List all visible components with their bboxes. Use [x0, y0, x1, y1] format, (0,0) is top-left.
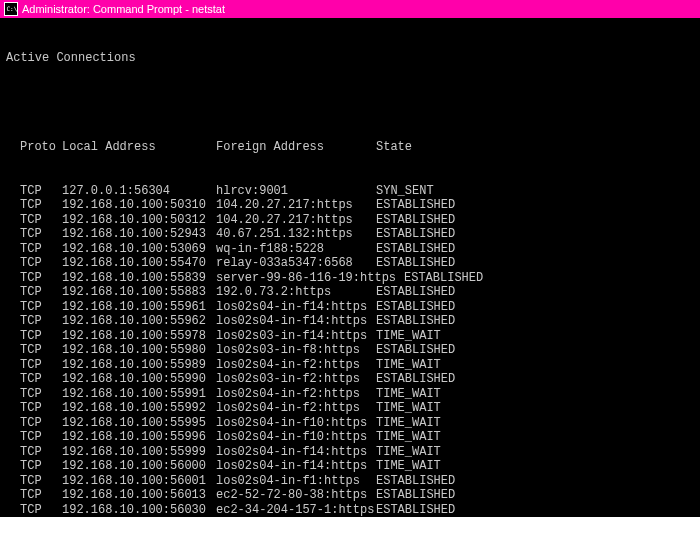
cell-state: ESTABLISHED — [376, 242, 455, 257]
cell-state: ESTABLISHED — [376, 227, 455, 242]
cmd-icon: C:\ — [4, 2, 18, 16]
cell-proto: TCP — [6, 358, 62, 373]
cell-local-address: 192.168.10.100:55999 — [62, 445, 216, 460]
cell-foreign-address: los02s04-in-f1:https — [216, 474, 376, 489]
connection-row: TCP192.168.10.100:56000los02s04-in-f14:h… — [6, 459, 694, 474]
connection-rows: TCP127.0.0.1:56304hlrcv:9001SYN_SENTTCP1… — [6, 184, 694, 518]
cell-foreign-address: 104.20.27.217:https — [216, 213, 376, 228]
col-local-header: Local Address — [62, 140, 216, 155]
cell-state: ESTABLISHED — [376, 488, 455, 503]
cell-local-address: 192.168.10.100:55839 — [62, 271, 216, 286]
cell-local-address: 192.168.10.100:55962 — [62, 314, 216, 329]
connection-row: TCP192.168.10.100:50312104.20.27.217:htt… — [6, 213, 694, 228]
cell-state: ESTABLISHED — [376, 213, 455, 228]
cell-local-address: 192.168.10.100:55470 — [62, 256, 216, 271]
cell-proto: TCP — [6, 285, 62, 300]
cell-proto: TCP — [6, 271, 62, 286]
connection-row: TCP127.0.0.1:56304hlrcv:9001SYN_SENT — [6, 184, 694, 199]
connection-row: TCP192.168.10.100:56030ec2-34-204-157-1:… — [6, 503, 694, 518]
cell-proto: TCP — [6, 488, 62, 503]
cell-local-address: 192.168.10.100:55991 — [62, 387, 216, 402]
cell-proto: TCP — [6, 445, 62, 460]
cell-local-address: 192.168.10.100:55990 — [62, 372, 216, 387]
cell-foreign-address: los02s04-in-f2:https — [216, 358, 376, 373]
cell-foreign-address: los02s04-in-f14:https — [216, 314, 376, 329]
connection-row: TCP192.168.10.100:55978los02s03-in-f14:h… — [6, 329, 694, 344]
cell-foreign-address: hlrcv:9001 — [216, 184, 376, 199]
cell-proto: TCP — [6, 314, 62, 329]
connection-row: TCP192.168.10.100:55839server-99-86-116-… — [6, 271, 694, 286]
col-foreign-header: Foreign Address — [216, 140, 376, 155]
cell-local-address: 192.168.10.100:55996 — [62, 430, 216, 445]
cell-foreign-address: server-99-86-116-19:https — [216, 271, 404, 286]
connection-row: TCP192.168.10.100:55992los02s04-in-f2:ht… — [6, 401, 694, 416]
cell-local-address: 127.0.0.1:56304 — [62, 184, 216, 199]
connection-row: TCP192.168.10.100:55883192.0.73.2:httpsE… — [6, 285, 694, 300]
cell-state: TIME_WAIT — [376, 459, 441, 474]
connection-row: TCP192.168.10.100:55999los02s04-in-f14:h… — [6, 445, 694, 460]
cell-local-address: 192.168.10.100:55992 — [62, 401, 216, 416]
cell-state: TIME_WAIT — [376, 387, 441, 402]
connection-row: TCP192.168.10.100:55991los02s04-in-f2:ht… — [6, 387, 694, 402]
page-margin — [0, 517, 700, 547]
cell-foreign-address: 104.20.27.217:https — [216, 198, 376, 213]
cell-state: TIME_WAIT — [376, 401, 441, 416]
connection-row: TCP192.168.10.100:5294340.67.251.132:htt… — [6, 227, 694, 242]
cell-foreign-address: 192.0.73.2:https — [216, 285, 376, 300]
connection-row: TCP192.168.10.100:55995los02s04-in-f10:h… — [6, 416, 694, 431]
cell-proto: TCP — [6, 387, 62, 402]
section-header: Active Connections — [6, 51, 694, 66]
cell-local-address: 192.168.10.100:55961 — [62, 300, 216, 315]
cell-proto: TCP — [6, 242, 62, 257]
connection-row: TCP192.168.10.100:55980los02s03-in-f8:ht… — [6, 343, 694, 358]
cell-state: ESTABLISHED — [376, 474, 455, 489]
svg-text:C:\: C:\ — [7, 5, 18, 12]
cell-foreign-address: los02s04-in-f10:https — [216, 430, 376, 445]
cell-local-address: 192.168.10.100:56001 — [62, 474, 216, 489]
col-state-header: State — [376, 140, 412, 155]
cell-proto: TCP — [6, 372, 62, 387]
terminal-output[interactable]: Active Connections ProtoLocal AddressFor… — [0, 18, 700, 517]
connection-row: TCP192.168.10.100:55996los02s04-in-f10:h… — [6, 430, 694, 445]
connection-row: TCP192.168.10.100:56013ec2-52-72-80-38:h… — [6, 488, 694, 503]
cell-foreign-address: ec2-52-72-80-38:https — [216, 488, 376, 503]
cell-state: TIME_WAIT — [376, 430, 441, 445]
cell-foreign-address: los02s04-in-f14:https — [216, 300, 376, 315]
title-bar[interactable]: C:\ Administrator: Command Prompt - nets… — [0, 0, 700, 18]
cell-foreign-address: los02s03-in-f2:https — [216, 372, 376, 387]
cell-proto: TCP — [6, 416, 62, 431]
cell-foreign-address: los02s04-in-f10:https — [216, 416, 376, 431]
columns-header: ProtoLocal AddressForeign AddressState — [6, 140, 694, 155]
cell-local-address: 192.168.10.100:55978 — [62, 329, 216, 344]
connection-row: TCP192.168.10.100:55989los02s04-in-f2:ht… — [6, 358, 694, 373]
cell-state: ESTABLISHED — [376, 198, 455, 213]
cell-local-address: 192.168.10.100:55980 — [62, 343, 216, 358]
connection-row: TCP192.168.10.100:55962los02s04-in-f14:h… — [6, 314, 694, 329]
cell-foreign-address: los02s04-in-f2:https — [216, 387, 376, 402]
cell-state: ESTABLISHED — [376, 300, 455, 315]
cell-proto: TCP — [6, 474, 62, 489]
cell-proto: TCP — [6, 213, 62, 228]
cell-local-address: 192.168.10.100:56000 — [62, 459, 216, 474]
cell-proto: TCP — [6, 198, 62, 213]
cell-foreign-address: los02s04-in-f2:https — [216, 401, 376, 416]
cell-proto: TCP — [6, 430, 62, 445]
cell-local-address: 192.168.10.100:55883 — [62, 285, 216, 300]
cell-local-address: 192.168.10.100:55989 — [62, 358, 216, 373]
cell-state: ESTABLISHED — [376, 314, 455, 329]
cell-foreign-address: relay-033a5347:6568 — [216, 256, 376, 271]
cell-state: ESTABLISHED — [404, 271, 483, 286]
cell-proto: TCP — [6, 300, 62, 315]
cell-foreign-address: ec2-34-204-157-1:https — [216, 503, 376, 518]
connection-row: TCP192.168.10.100:56001los02s04-in-f1:ht… — [6, 474, 694, 489]
connection-row: TCP192.168.10.100:50310104.20.27.217:htt… — [6, 198, 694, 213]
cell-local-address: 192.168.10.100:50310 — [62, 198, 216, 213]
cell-proto: TCP — [6, 227, 62, 242]
cell-state: ESTABLISHED — [376, 256, 455, 271]
blank-line — [6, 97, 694, 112]
cell-local-address: 192.168.10.100:56013 — [62, 488, 216, 503]
connection-row: TCP192.168.10.100:55961los02s04-in-f14:h… — [6, 300, 694, 315]
cell-state: ESTABLISHED — [376, 285, 455, 300]
cell-proto: TCP — [6, 329, 62, 344]
cell-foreign-address: los02s03-in-f8:https — [216, 343, 376, 358]
